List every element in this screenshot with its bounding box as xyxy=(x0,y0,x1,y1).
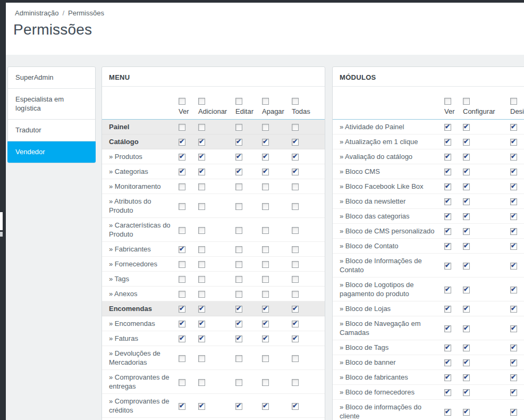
permission-checkbox[interactable] xyxy=(262,203,269,210)
permission-checkbox[interactable] xyxy=(510,154,517,161)
permission-checkbox[interactable] xyxy=(444,325,451,332)
profile-item-3[interactable]: Tradutor xyxy=(8,120,95,141)
permission-checkbox[interactable] xyxy=(444,287,451,293)
permission-checkbox[interactable] xyxy=(510,389,517,396)
profile-item-4[interactable]: Vendedor xyxy=(7,141,96,163)
permission-checkbox[interactable] xyxy=(235,321,242,327)
permission-checkbox[interactable] xyxy=(444,409,451,416)
permission-checkbox[interactable] xyxy=(292,227,299,234)
permission-checkbox[interactable] xyxy=(292,246,299,253)
permission-checkbox[interactable] xyxy=(262,98,269,105)
permission-checkbox[interactable] xyxy=(510,198,517,205)
permission-checkbox[interactable] xyxy=(235,124,242,131)
permission-checkbox[interactable] xyxy=(262,335,269,342)
permission-checkbox[interactable] xyxy=(198,379,205,386)
permission-checkbox[interactable] xyxy=(235,139,242,146)
permission-checkbox[interactable] xyxy=(510,325,517,332)
permission-checkbox[interactable] xyxy=(463,287,470,293)
permission-checkbox[interactable] xyxy=(444,198,451,205)
permission-checkbox[interactable] xyxy=(235,403,242,410)
permission-checkbox[interactable] xyxy=(179,154,185,161)
permission-checkbox[interactable] xyxy=(292,183,299,190)
permission-checkbox[interactable] xyxy=(198,355,205,362)
permission-checkbox[interactable] xyxy=(510,213,517,220)
permission-checkbox[interactable] xyxy=(292,321,299,327)
permission-checkbox[interactable] xyxy=(463,154,470,161)
permission-checkbox[interactable] xyxy=(235,261,242,268)
permission-checkbox[interactable] xyxy=(235,169,242,175)
permission-checkbox[interactable] xyxy=(510,359,517,366)
permission-checkbox[interactable] xyxy=(444,389,451,396)
permission-checkbox[interactable] xyxy=(179,321,185,327)
permission-checkbox[interactable] xyxy=(463,325,470,332)
permission-checkbox[interactable] xyxy=(179,246,185,253)
permission-checkbox[interactable] xyxy=(262,403,269,410)
permission-checkbox[interactable] xyxy=(292,203,299,210)
permission-checkbox[interactable] xyxy=(510,139,517,146)
permission-checkbox[interactable] xyxy=(262,261,269,268)
permission-checkbox[interactable] xyxy=(444,345,451,351)
permission-checkbox[interactable] xyxy=(235,98,242,105)
permission-checkbox[interactable] xyxy=(235,227,242,234)
permission-checkbox[interactable] xyxy=(292,169,299,175)
permission-checkbox[interactable] xyxy=(444,169,451,175)
permission-checkbox[interactable] xyxy=(444,183,451,190)
permission-checkbox[interactable] xyxy=(262,124,269,131)
profile-item-1[interactable]: SuperAdmin xyxy=(8,67,95,89)
permission-checkbox[interactable] xyxy=(198,124,205,131)
permission-checkbox[interactable] xyxy=(262,246,269,253)
permission-checkbox[interactable] xyxy=(262,154,269,161)
permission-checkbox[interactable] xyxy=(179,203,185,210)
permission-checkbox[interactable] xyxy=(510,169,517,175)
permission-checkbox[interactable] xyxy=(292,355,299,362)
permission-checkbox[interactable] xyxy=(463,198,470,205)
permission-checkbox[interactable] xyxy=(198,403,205,410)
permission-checkbox[interactable] xyxy=(198,321,205,327)
permission-checkbox[interactable] xyxy=(198,246,205,253)
permission-checkbox[interactable] xyxy=(198,203,205,210)
permission-checkbox[interactable] xyxy=(463,213,470,220)
permission-checkbox[interactable] xyxy=(463,124,470,131)
permission-checkbox[interactable] xyxy=(235,203,242,210)
permission-checkbox[interactable] xyxy=(179,98,185,105)
profile-item-2[interactable]: Especialista em logística xyxy=(8,89,95,120)
permission-checkbox[interactable] xyxy=(179,139,185,146)
permission-checkbox[interactable] xyxy=(198,154,205,161)
permission-checkbox[interactable] xyxy=(463,359,470,366)
permission-checkbox[interactable] xyxy=(510,374,517,381)
permission-checkbox[interactable] xyxy=(198,291,205,298)
permission-checkbox[interactable] xyxy=(463,306,470,313)
permission-checkbox[interactable] xyxy=(510,98,517,105)
permission-checkbox[interactable] xyxy=(510,228,517,235)
permission-checkbox[interactable] xyxy=(292,335,299,342)
permission-checkbox[interactable] xyxy=(262,321,269,327)
permission-checkbox[interactable] xyxy=(510,263,517,270)
permission-checkbox[interactable] xyxy=(463,374,470,381)
permission-checkbox[interactable] xyxy=(198,169,205,175)
permission-checkbox[interactable] xyxy=(235,154,242,161)
permission-checkbox[interactable] xyxy=(198,183,205,190)
permission-checkbox[interactable] xyxy=(262,169,269,175)
permission-checkbox[interactable] xyxy=(510,345,517,351)
permission-checkbox[interactable] xyxy=(235,276,242,283)
permission-checkbox[interactable] xyxy=(463,98,470,105)
permission-checkbox[interactable] xyxy=(510,287,517,293)
permission-checkbox[interactable] xyxy=(179,379,185,386)
permission-checkbox[interactable] xyxy=(179,183,185,190)
permission-checkbox[interactable] xyxy=(444,98,451,105)
permission-checkbox[interactable] xyxy=(262,291,269,298)
permission-checkbox[interactable] xyxy=(510,409,517,416)
permission-checkbox[interactable] xyxy=(198,98,205,105)
permission-checkbox[interactable] xyxy=(444,154,451,161)
permission-checkbox[interactable] xyxy=(292,98,299,105)
permission-checkbox[interactable] xyxy=(444,228,451,235)
permission-checkbox[interactable] xyxy=(235,379,242,386)
breadcrumb-permissoes[interactable]: Permissões xyxy=(68,9,104,17)
permission-checkbox[interactable] xyxy=(444,139,451,146)
permission-checkbox[interactable] xyxy=(510,243,517,250)
permission-checkbox[interactable] xyxy=(262,139,269,146)
permission-checkbox[interactable] xyxy=(262,306,269,313)
permission-checkbox[interactable] xyxy=(444,213,451,220)
permission-checkbox[interactable] xyxy=(262,183,269,190)
permission-checkbox[interactable] xyxy=(198,306,205,313)
